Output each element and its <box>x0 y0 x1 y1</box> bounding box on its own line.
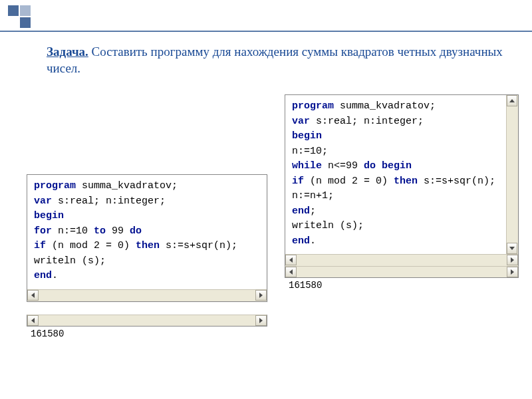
code-block: program summa_kvadratov; var s:real; n:i… <box>27 175 267 289</box>
output-window-left: 161580 <box>27 315 267 341</box>
chevron-right-icon <box>259 318 263 323</box>
scroll-left-button[interactable] <box>27 290 39 301</box>
scroll-down-button[interactable] <box>507 243 517 254</box>
chevron-up-icon <box>509 99 515 102</box>
chevron-left-icon <box>31 293 35 298</box>
horizontal-scrollbar[interactable] <box>27 315 267 327</box>
slide-decoration <box>0 0 66 33</box>
deco-square <box>20 5 31 16</box>
scroll-left-button[interactable] <box>285 267 297 277</box>
program-output: 161580 <box>27 327 267 341</box>
chevron-left-icon <box>289 269 293 275</box>
chevron-left-icon <box>31 318 35 323</box>
deco-square <box>20 17 31 28</box>
horizontal-scrollbar[interactable] <box>285 254 518 266</box>
task-body: Составить программу для нахождения суммы… <box>47 45 503 75</box>
code-window-for-loop: program summa_kvadratov; var s:real; n:i… <box>27 174 267 302</box>
scroll-left-button[interactable] <box>285 255 297 265</box>
vertical-scrollbar[interactable] <box>506 95 518 254</box>
horizontal-scrollbar[interactable] <box>285 266 519 278</box>
scroll-left-button[interactable] <box>27 315 39 326</box>
horizontal-scrollbar[interactable] <box>27 289 267 301</box>
chevron-right-icon <box>511 269 514 275</box>
deco-square <box>8 5 19 16</box>
chevron-left-icon <box>289 257 293 263</box>
program-output: 161580 <box>285 278 519 293</box>
output-window-right: 161580 <box>285 266 519 293</box>
chevron-right-icon <box>259 293 263 298</box>
scroll-right-button[interactable] <box>255 290 267 301</box>
scroll-up-button[interactable] <box>507 95 517 106</box>
scroll-right-button[interactable] <box>255 315 267 326</box>
task-text: Задача. Составить программу для нахожден… <box>47 44 512 76</box>
chevron-right-icon <box>511 257 514 263</box>
horizontal-rule <box>0 31 532 32</box>
scroll-right-button[interactable] <box>507 255 518 265</box>
code-window-while-loop: program summa_kvadratov; var s:real; n:i… <box>285 94 519 267</box>
task-label: Задача. <box>47 45 88 59</box>
scroll-right-button[interactable] <box>507 267 518 277</box>
chevron-down-icon <box>509 247 515 250</box>
code-block: program summa_kvadratov; var s:real; n:i… <box>285 95 518 254</box>
